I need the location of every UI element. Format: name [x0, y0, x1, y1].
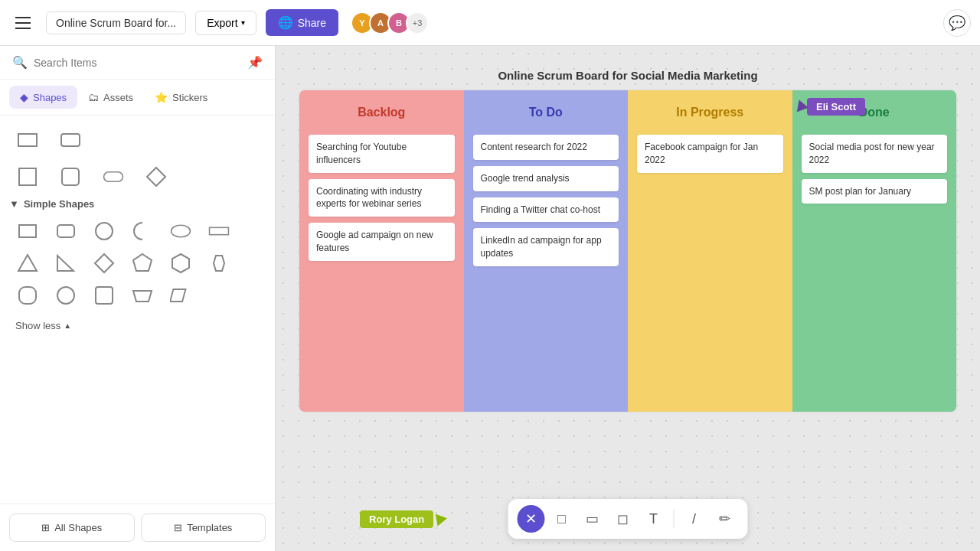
- menu-button[interactable]: [9, 9, 37, 37]
- shape-rounded-sq2[interactable]: [47, 280, 84, 311]
- tab-shapes[interactable]: ◆ Shapes: [9, 86, 77, 109]
- shape-oval[interactable]: [162, 216, 199, 246]
- user-label-eli: Eli Scott: [795, 98, 865, 116]
- svg-point-9: [172, 225, 191, 237]
- canvas[interactable]: Online Scrum Board for Social Media Mark…: [276, 46, 980, 551]
- shape-circle[interactable]: [86, 216, 122, 246]
- svg-rect-4: [104, 172, 123, 181]
- export-arrow-icon: ▾: [241, 18, 245, 27]
- export-button[interactable]: Export ▾: [195, 11, 256, 35]
- svg-rect-17: [19, 287, 36, 304]
- shape-row-top: [9, 125, 266, 155]
- tab-stickers[interactable]: ⭐ Stickers: [144, 86, 218, 109]
- card-linkedin-ad[interactable]: LinkedIn ad campaign for app updates: [473, 228, 619, 266]
- card-sm-post-plan[interactable]: SM post plan for January: [802, 179, 948, 204]
- show-less-button[interactable]: Show less ▲: [9, 317, 266, 334]
- svg-marker-16: [214, 256, 224, 271]
- show-less-label: Show less: [15, 320, 60, 331]
- svg-rect-1: [61, 134, 80, 146]
- stickers-icon: ⭐: [155, 91, 168, 103]
- shape-diamond[interactable]: [138, 161, 175, 192]
- shape-placeholder-2[interactable]: [52, 125, 89, 155]
- avatar-group: Y A B +3: [351, 11, 429, 34]
- eli-cursor-icon: [793, 98, 808, 112]
- shape-parallelogram[interactable]: [162, 280, 199, 311]
- card-google-ad[interactable]: Google ad campaign on new features: [309, 223, 455, 261]
- close-button[interactable]: ✕: [518, 505, 545, 533]
- shape-square[interactable]: [9, 161, 46, 192]
- tool-line[interactable]: /: [681, 505, 708, 533]
- shape-hexagon[interactable]: [162, 248, 199, 279]
- templates-label: Templates: [187, 522, 232, 533]
- topbar-right: 💬: [943, 9, 971, 37]
- main-layout: 🔍 📌 ◆ Shapes 🗂 Assets ⭐ Stickers: [0, 46, 980, 551]
- all-shapes-button[interactable]: ⊞ All Shapes: [9, 514, 135, 542]
- shape-trapezoid[interactable]: [124, 280, 161, 311]
- board-title: Online Scrum Board for Social Media Mark…: [299, 69, 957, 82]
- svg-marker-14: [133, 254, 152, 271]
- card-twitter-chat[interactable]: Finding a Twitter chat co-host: [473, 197, 619, 223]
- simple-shapes-header[interactable]: ▼ Simple Shapes: [9, 198, 266, 210]
- card-webinar[interactable]: Coordinating with industry experts for w…: [309, 179, 455, 217]
- col-inprogress-header: In Progress: [637, 99, 783, 126]
- svg-rect-18: [57, 287, 74, 304]
- shape-row-2: [9, 161, 266, 192]
- shape-placeholder-1[interactable]: [9, 125, 46, 155]
- shape-rect[interactable]: [9, 216, 46, 246]
- shape-wide-rect[interactable]: [201, 216, 237, 246]
- svg-point-8: [96, 223, 113, 240]
- tab-bar: ◆ Shapes 🗂 Assets ⭐ Stickers: [0, 80, 275, 116]
- svg-marker-12: [57, 256, 74, 271]
- card-youtube[interactable]: Searching for Youtube influencers: [309, 135, 455, 173]
- shape-crescent[interactable]: [124, 216, 161, 246]
- shape-rounded[interactable]: [47, 216, 84, 246]
- shape-stadium[interactable]: [95, 161, 132, 192]
- user-label-rory: Rory Logan: [360, 510, 446, 528]
- templates-button[interactable]: ⊟ Templates: [141, 514, 266, 542]
- col-inprogress: In Progress Facebook campaign for Jan 20…: [628, 90, 792, 412]
- svg-rect-10: [210, 227, 229, 234]
- rory-cursor-icon: [432, 514, 447, 529]
- chevron-up-icon: ▲: [64, 321, 71, 330]
- sidebar: 🔍 📌 ◆ Shapes 🗂 Assets ⭐ Stickers: [0, 46, 276, 551]
- card-facebook-campaign[interactable]: Facebook campaign for Jan 2022: [637, 135, 783, 173]
- card-social-media-post[interactable]: Social media post for new year 2022: [802, 135, 948, 173]
- svg-marker-20: [133, 291, 152, 302]
- shape-rounded-sq[interactable]: [9, 280, 46, 311]
- export-label: Export: [207, 17, 237, 29]
- tool-frame[interactable]: ◻: [609, 505, 637, 533]
- search-icon: 🔍: [12, 55, 28, 70]
- shape-triangle[interactable]: [9, 248, 46, 279]
- svg-marker-11: [18, 255, 37, 271]
- share-button[interactable]: 🌐 Share: [266, 9, 338, 36]
- pin-icon[interactable]: 📌: [247, 55, 263, 70]
- all-shapes-label: All Shapes: [54, 522, 102, 533]
- svg-marker-13: [95, 254, 113, 272]
- shape-hexagon2[interactable]: [201, 248, 237, 279]
- shape-diamond2[interactable]: [86, 248, 122, 279]
- card-content-research[interactable]: Content research for 2022: [473, 135, 619, 160]
- tool-rounded-rect[interactable]: ▭: [579, 505, 606, 533]
- doc-title[interactable]: Online Scrum Board for...: [46, 11, 186, 34]
- comment-button[interactable]: 💬: [943, 9, 971, 37]
- svg-marker-15: [172, 254, 189, 272]
- shape-rounded-sq3[interactable]: [86, 280, 122, 311]
- rory-user-tag: Rory Logan: [360, 510, 433, 528]
- shapes-icon: ◆: [20, 91, 28, 103]
- shape-right-triangle[interactable]: [47, 248, 84, 279]
- tool-rectangle[interactable]: □: [548, 505, 576, 533]
- search-input[interactable]: [34, 57, 241, 69]
- card-google-trend[interactable]: Google trend analysis: [473, 166, 619, 191]
- tool-text[interactable]: T: [640, 505, 668, 533]
- col-todo: To Do Content research for 2022 Google t…: [464, 90, 629, 412]
- share-label: Share: [298, 17, 326, 29]
- globe-icon: 🌐: [278, 15, 293, 30]
- tool-pen[interactable]: ✏: [711, 505, 739, 533]
- shape-pentagon[interactable]: [124, 248, 161, 279]
- shape-rounded-rect[interactable]: [52, 161, 89, 192]
- svg-rect-3: [62, 168, 79, 185]
- col-backlog-header: Backlog: [309, 99, 455, 126]
- all-shapes-icon: ⊞: [41, 522, 50, 533]
- col-backlog: Backlog Searching for Youtube influencer…: [299, 90, 464, 412]
- tab-assets[interactable]: 🗂 Assets: [77, 86, 144, 109]
